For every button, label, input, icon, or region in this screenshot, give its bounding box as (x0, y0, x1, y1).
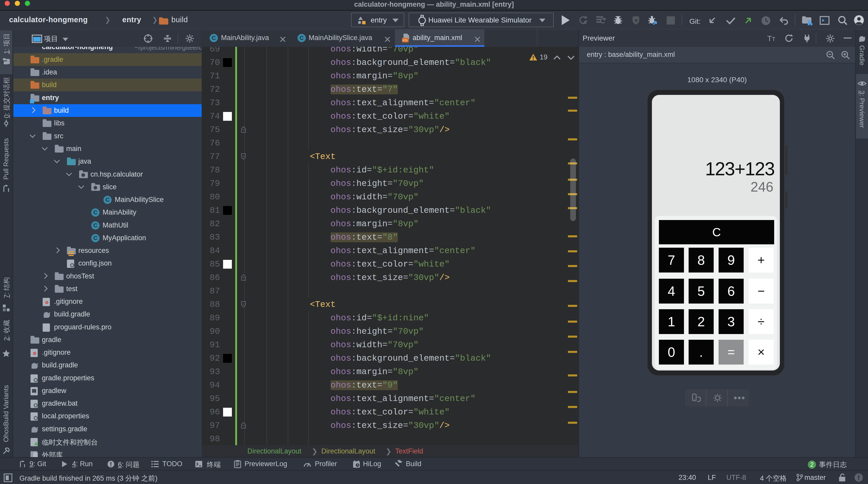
svg-text:<>: <> (402, 38, 407, 43)
svg-text:A: A (583, 20, 587, 25)
